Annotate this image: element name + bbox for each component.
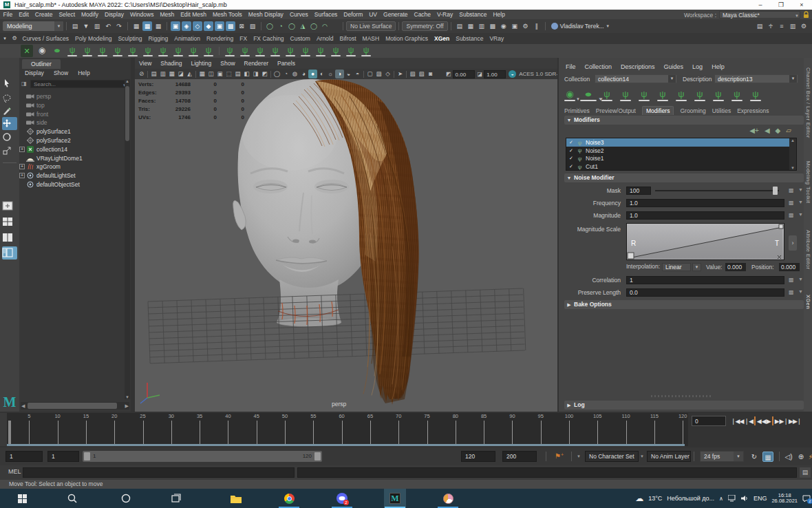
network-icon[interactable]: [728, 495, 736, 502]
modifier-item-noise3[interactable]: ✓ψNoise3: [566, 138, 790, 147]
shelf-tab-motion-graphics[interactable]: Motion Graphics: [383, 35, 431, 42]
weather-text[interactable]: Небольшой до...: [667, 495, 714, 502]
preserve-length-field[interactable]: 0.0: [626, 288, 784, 297]
preserve-dd-icon[interactable]: ▼: [798, 289, 803, 294]
layout-two-pane-button[interactable]: [2, 231, 17, 244]
notification-icon[interactable]: 2: [802, 495, 811, 502]
ramp-expand-button[interactable]: ›: [789, 235, 797, 251]
new-scene-icon[interactable]: ▤: [70, 21, 80, 31]
workspace-dropdown[interactable]: Maya Classic*▼: [719, 11, 800, 19]
paint-select-tool-button[interactable]: [2, 105, 17, 118]
motionblur-icon[interactable]: ◓: [353, 70, 362, 78]
save-scene-icon[interactable]: ▥: [92, 21, 102, 31]
outliner-item-xggroom[interactable]: +xgGroom: [19, 162, 124, 171]
menu-v-ray[interactable]: V-Ray: [434, 11, 456, 18]
select-object-icon[interactable]: ▦: [142, 21, 152, 31]
ipr-render-icon[interactable]: ▦: [466, 21, 476, 31]
interpolation-dropdown[interactable]: Linear: [662, 263, 691, 271]
time-slider[interactable]: 5101520253035404550556065707580859095100…: [0, 412, 812, 447]
shadows-icon[interactable]: ◑: [335, 70, 344, 78]
sort-icon[interactable]: ▤: [755, 21, 765, 31]
tray-expand-icon[interactable]: ∧: [719, 496, 723, 502]
command-input-field[interactable]: [23, 467, 295, 478]
default-material-icon[interactable]: ◕: [299, 70, 308, 78]
file-explorer-button[interactable]: [229, 491, 243, 505]
select-component-icon[interactable]: ▦: [153, 21, 163, 31]
rotate-tool-button[interactable]: [2, 131, 17, 144]
value-field[interactable]: 0.000: [725, 263, 746, 271]
outliner-menu-help[interactable]: Help: [78, 70, 89, 78]
xgen-clear-icon[interactable]: ψ: [202, 45, 215, 57]
modifier-item-noise2[interactable]: ✓ψNoise2: [566, 147, 790, 155]
paint-effects-icon[interactable]: ⚙: [521, 21, 531, 31]
modifier-item-cut1[interactable]: ✓ψCut1: [566, 162, 790, 171]
go-to-start-button[interactable]: ❘◀◀: [731, 418, 743, 425]
scale-tool-button[interactable]: [2, 145, 17, 158]
menu-windows[interactable]: Windows: [127, 11, 156, 18]
play-forward-button[interactable]: ▶: [767, 418, 771, 425]
log-section-header[interactable]: ▶Log: [564, 401, 804, 410]
modifier-checkbox[interactable]: ✓: [569, 156, 575, 161]
xgen-guide-icon[interactable]: ψ: [127, 45, 139, 57]
wireframe-on-shaded-icon[interactable]: ◍: [290, 70, 299, 78]
shelf-tab-rendering[interactable]: Rendering: [204, 35, 237, 42]
outliner-item-persp[interactable]: persp: [19, 92, 124, 100]
settings-gear-icon[interactable]: ⚙: [799, 21, 809, 31]
layout-4-icon[interactable]: ▤: [233, 70, 242, 78]
task-view-button[interactable]: [169, 491, 183, 505]
dock-tab-attribute-editor[interactable]: Attribute Editor: [805, 230, 811, 270]
modifier-item-noise1[interactable]: ✓ψNoise1: [566, 154, 790, 162]
render-sequence-icon[interactable]: ▩: [488, 21, 498, 31]
viewport-menu-lighting[interactable]: Lighting: [191, 60, 211, 67]
textured-icon[interactable]: ◐: [317, 70, 326, 78]
step-forward-key-button[interactable]: ▶: [775, 418, 779, 425]
menu-substance[interactable]: Substance: [456, 11, 490, 18]
xgen-oval-icon[interactable]: ●: [48, 45, 67, 57]
flat-shade-icon[interactable]: ◔: [281, 70, 290, 78]
modifier-list-scrollbar[interactable]: ▲▼: [789, 138, 796, 170]
expander-icon[interactable]: +: [19, 147, 25, 152]
layout-2-icon[interactable]: ▣: [215, 70, 224, 78]
xgen-width-icon[interactable]: ψ: [172, 45, 184, 57]
select-hierarchy-icon[interactable]: ▦: [131, 21, 141, 31]
field-chart-icon[interactable]: ◇: [383, 70, 392, 78]
undo-icon[interactable]: ↶: [103, 21, 113, 31]
shelf-tab-vray[interactable]: VRay: [487, 35, 507, 42]
menu-mesh-display[interactable]: Mesh Display: [245, 11, 286, 18]
layout-outliner-persp-button[interactable]: [2, 246, 17, 260]
evaluation-icon[interactable]: ⚡: [805, 452, 812, 462]
timeline-grip[interactable]: [0, 413, 7, 446]
colorspace-icon[interactable]: ◒: [509, 70, 516, 78]
maximize-button[interactable]: ❐: [771, 0, 791, 10]
menu-curves[interactable]: Curves: [286, 11, 311, 18]
live-surface-field[interactable]: No Live Surface: [346, 21, 396, 31]
clock[interactable]: 16:1826.08.2021: [771, 493, 798, 505]
shelf-tab-arnold[interactable]: Arnold: [313, 35, 336, 42]
magnitude-map-icon[interactable]: ▩: [789, 212, 794, 218]
menu-mesh-tools[interactable]: Mesh Tools: [210, 11, 246, 18]
frequency-field[interactable]: 1.0: [626, 199, 784, 207]
character-set-dd-icon[interactable]: ▼: [577, 454, 581, 458]
snapshot-icon[interactable]: ◙: [426, 70, 435, 78]
position-field[interactable]: 0.000: [779, 263, 800, 271]
panel-divider[interactable]: [651, 395, 713, 397]
menu-edit-mesh[interactable]: Edit Mesh: [178, 11, 210, 18]
snap-point-icon[interactable]: ◇: [193, 21, 202, 31]
xgen-cut-icon[interactable]: ψ: [314, 45, 327, 57]
play-backwards-button[interactable]: ◀: [762, 418, 766, 425]
move-tool-button[interactable]: [2, 117, 17, 130]
outliner-hscrollbar[interactable]: ◀▶: [21, 402, 129, 410]
outliner-item-vraylightdome1[interactable]: VRayLightDome1: [19, 154, 124, 162]
xgen-clump-icon[interactable]: ψ: [345, 45, 357, 57]
magnitude-dd-icon[interactable]: ▼: [798, 212, 803, 217]
script-editor-button[interactable]: ▤: [800, 467, 811, 478]
snap-grid-icon[interactable]: ▣: [171, 21, 180, 31]
weather-temp[interactable]: 13°C: [648, 495, 662, 502]
xgen-add-collection-icon[interactable]: ψ: [81, 45, 94, 57]
paint3d-taskbar-button[interactable]: [441, 491, 455, 505]
anim-layer-field[interactable]: No Anim Layer: [647, 451, 691, 462]
redo-icon[interactable]: ↷: [114, 21, 124, 31]
shelf-gear-icon[interactable]: ⚙: [10, 34, 19, 43]
snap-projected-icon[interactable]: ◆: [204, 21, 213, 31]
shelf-tab-animation[interactable]: Animation: [171, 35, 204, 42]
